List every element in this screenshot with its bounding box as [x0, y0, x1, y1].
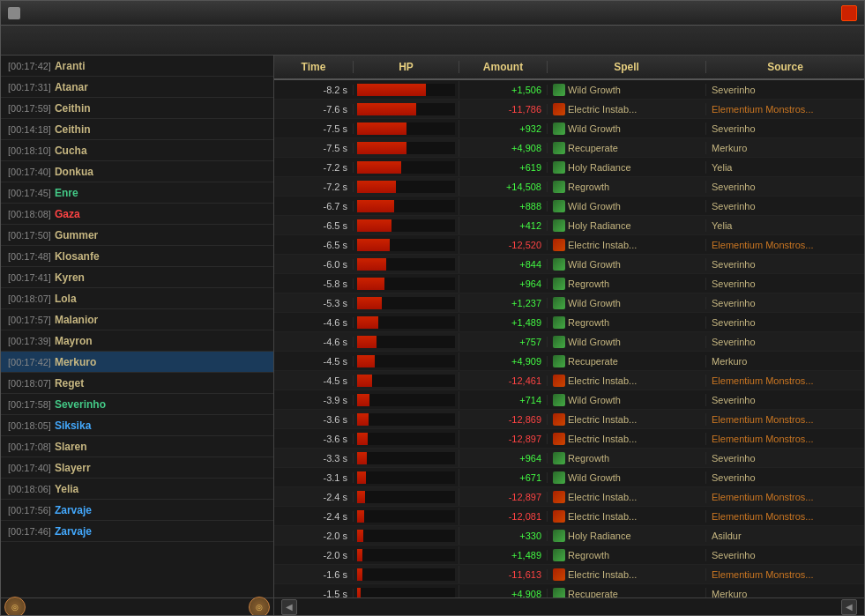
table-row[interactable]: -3.1 s+671Wild GrowthSeverinho	[274, 468, 864, 487]
player-item[interactable]: [00:14:18]Ceithin	[1, 119, 273, 140]
player-list[interactable]: [00:17:42]Aranti[00:17:31]Atanar[00:17:5…	[1, 56, 273, 597]
td-spell: Wild Growth	[548, 297, 706, 309]
spell-name: Electric Instab...	[568, 492, 637, 502]
player-item[interactable]: [00:18:08]Gaza	[1, 204, 273, 225]
table-row[interactable]: -7.5 s+932Wild GrowthSeverinho	[274, 119, 864, 138]
player-item[interactable]: [00:18:06]Yelia	[1, 479, 273, 500]
table-row[interactable]: -4.5 s+4,909RecuperateMerkuro	[274, 352, 864, 371]
spell-name: Regrowth	[568, 550, 609, 560]
td-hp	[354, 391, 459, 409]
player-item[interactable]: [00:17:50]Gummer	[1, 225, 273, 246]
table-row[interactable]: -7.2 s+619Holy RadianceYelia	[274, 158, 864, 177]
table-row[interactable]: -7.2 s+14,508RegrowthSeverinho	[274, 177, 864, 197]
td-spell: Electric Instab...	[548, 239, 706, 251]
td-hp	[354, 566, 459, 583]
td-amount: +4,908	[459, 143, 548, 153]
player-item[interactable]: [00:17:42]Aranti	[1, 56, 273, 77]
spell-icon	[553, 239, 565, 251]
table-row[interactable]: -3.3 s+964RegrowthSeverinho	[274, 449, 864, 468]
td-spell: Wild Growth	[548, 471, 706, 484]
player-item[interactable]: [00:18:07]Reget	[1, 373, 273, 394]
table-body[interactable]: -8.2 s+1,506Wild GrowthSeverinho-7.6 s-1…	[274, 80, 864, 597]
td-time: -7.2 s	[274, 162, 354, 173]
table-row[interactable]: -2.0 s+330Holy RadianceAsildur	[274, 526, 864, 545]
table-row[interactable]: -8.2 s+1,506Wild GrowthSeverinho	[274, 80, 864, 100]
player-name: Lola	[55, 293, 77, 305]
td-source: Elementium Monstros...	[706, 492, 864, 502]
left-bottom-bar: ◎ ◎	[1, 597, 273, 615]
player-name: Cucha	[55, 145, 87, 157]
table-row[interactable]: -4.6 s+757Wild GrowthSeverinho	[274, 332, 864, 352]
table-row[interactable]: -6.5 s+412Holy RadianceYelia	[274, 216, 864, 235]
player-time: [00:17:41]	[8, 272, 51, 283]
table-row[interactable]: -5.3 s+1,237Wild GrowthSeverinho	[274, 293, 864, 313]
table-header-cell: Spell	[548, 61, 706, 73]
table-row[interactable]: -3.6 s-12,869Electric Instab...Elementiu…	[274, 410, 864, 429]
player-item[interactable]: [00:17:31]Atanar	[1, 77, 273, 98]
td-hp	[354, 508, 459, 525]
player-item[interactable]: [00:18:07]Lola	[1, 288, 273, 309]
player-time: [00:17:42]	[8, 61, 51, 71]
table-header: TimeHPAmountSpellSource	[274, 56, 864, 80]
td-hp	[354, 546, 459, 564]
td-spell: Wild Growth	[548, 258, 706, 271]
player-name: Aranti	[55, 60, 86, 72]
filters-bar[interactable]	[1, 26, 864, 56]
table-row[interactable]: -6.0 s+844Wild GrowthSeverinho	[274, 255, 864, 274]
td-source: Merkuro	[706, 589, 864, 598]
table-row[interactable]: -7.6 s-11,786Electric Instab...Elementiu…	[274, 100, 864, 119]
player-time: [00:18:10]	[8, 145, 51, 156]
td-time: -1.5 s	[274, 589, 354, 598]
td-source: Yelia	[706, 220, 864, 231]
player-item[interactable]: [00:18:05]Siksika	[1, 415, 273, 436]
td-amount: +1,506	[459, 85, 548, 95]
player-item[interactable]: [00:17:56]Zarvaje	[1, 500, 273, 521]
table-row[interactable]: -4.5 s-12,461Electric Instab...Elementiu…	[274, 371, 864, 390]
table-row[interactable]: -1.6 s-11,613Electric Instab...Elementiu…	[274, 565, 864, 584]
table-row[interactable]: -2.4 s-12,081Electric Instab...Elementiu…	[274, 507, 864, 526]
spell-name: Regrowth	[568, 182, 609, 192]
table-row[interactable]: -3.9 s+714Wild GrowthSeverinho	[274, 390, 864, 410]
title-icon	[8, 7, 20, 19]
player-item[interactable]: [00:17:40]Donkua	[1, 161, 273, 182]
nav-icon-left[interactable]: ◎	[4, 597, 26, 616]
player-item[interactable]: [00:17:42]Merkuro	[1, 352, 273, 373]
player-item[interactable]: [00:17:39]Mayron	[1, 330, 273, 352]
player-item[interactable]: [00:17:45]Enre	[1, 182, 273, 204]
player-item[interactable]: [00:17:48]Klosanfe	[1, 246, 273, 267]
td-spell: Recuperate	[548, 142, 706, 154]
td-spell: Wild Growth	[548, 84, 706, 96]
table-row[interactable]: -3.6 s-12,897Electric Instab...Elementiu…	[274, 429, 864, 449]
table-row[interactable]: -4.6 s+1,489RegrowthSeverinho	[274, 313, 864, 332]
td-spell: Electric Instab...	[548, 103, 706, 115]
player-item[interactable]: [00:17:58]Severinho	[1, 394, 273, 415]
close-button[interactable]	[841, 5, 857, 21]
player-item[interactable]: [00:17:41]Kyren	[1, 267, 273, 288]
player-time: [00:17:40]	[8, 167, 51, 177]
table-row[interactable]: -5.8 s+964RegrowthSeverinho	[274, 274, 864, 293]
td-amount: -11,613	[459, 569, 548, 580]
scroll-left[interactable]: ◀	[281, 599, 297, 615]
player-item[interactable]: [00:17:08]Slaren	[1, 436, 273, 457]
player-item[interactable]: [00:18:10]Cucha	[1, 140, 273, 161]
player-item[interactable]: [00:17:59]Ceithin	[1, 98, 273, 119]
nav-icon-right[interactable]: ◎	[249, 597, 270, 616]
player-item[interactable]: [00:17:57]Malanior	[1, 309, 273, 330]
scroll-right[interactable]: ◀	[841, 599, 857, 615]
spell-icon	[553, 122, 565, 135]
td-spell: Wild Growth	[548, 336, 706, 348]
table-row[interactable]: -2.4 s-12,897Electric Instab...Elementiu…	[274, 487, 864, 507]
player-name: Zarvaje	[55, 504, 92, 516]
table-row[interactable]: -6.7 s+888Wild GrowthSeverinho	[274, 197, 864, 216]
table-row[interactable]: -6.5 s-12,520Electric Instab...Elementiu…	[274, 235, 864, 255]
player-item[interactable]: [00:17:46]Zarvaje	[1, 521, 273, 542]
player-item[interactable]: [00:17:40]Slayerr	[1, 457, 273, 479]
table-row[interactable]: -2.0 s+1,489RegrowthSeverinho	[274, 545, 864, 565]
table-row[interactable]: -7.5 s+4,908RecuperateMerkuro	[274, 138, 864, 158]
table-row[interactable]: -1.5 s+4,908RecuperateMerkuro	[274, 584, 864, 597]
td-hp	[354, 139, 459, 157]
spell-icon	[553, 394, 565, 406]
player-name: Merkuro	[55, 356, 96, 368]
spell-name: Wild Growth	[568, 395, 621, 405]
player-name: Slayerr	[55, 462, 91, 474]
